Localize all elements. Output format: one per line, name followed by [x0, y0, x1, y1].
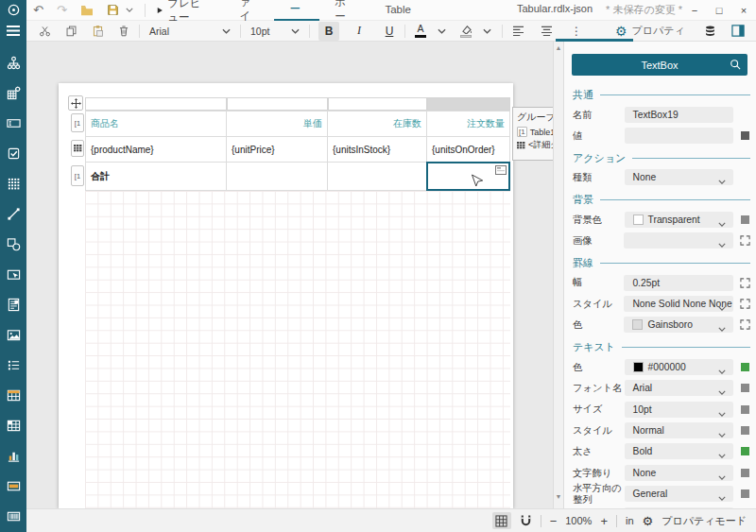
font-color-button[interactable]: A: [410, 22, 431, 41]
toolbox-item-textbox[interactable]: [0, 108, 26, 138]
cell-footer-3[interactable]: [328, 163, 427, 191]
toolbox-item-tablix-wizard[interactable]: [0, 77, 26, 108]
cell-detail-3[interactable]: {unitsInStock}: [328, 137, 427, 163]
property-mode-button[interactable]: プロパティモード: [662, 514, 747, 528]
toolbox-item-table[interactable]: [0, 380, 26, 410]
property-input[interactable]: TextBox19: [625, 107, 734, 123]
cut-button[interactable]: [34, 22, 55, 41]
cell-detail-1[interactable]: {productName}: [85, 137, 227, 163]
property-input[interactable]: [625, 128, 734, 144]
toolbox-item-chart[interactable]: [0, 440, 26, 471]
column-handle-2[interactable]: [227, 97, 328, 111]
group-item-1[interactable]: [1Table1_ca: [513, 126, 553, 138]
snap-toggle-button[interactable]: [520, 514, 532, 527]
scroll-down-arrow[interactable]: ▼: [554, 493, 563, 500]
style-inherited-badge[interactable]: [740, 489, 750, 499]
row-handle-3[interactable]: [1: [71, 165, 84, 186]
property-dropdown[interactable]: None Solid None None: [624, 296, 733, 312]
style-inherited-badge[interactable]: [740, 468, 750, 478]
minimize-button[interactable]: −: [682, 0, 707, 21]
align-left-button[interactable]: [507, 22, 528, 41]
property-dropdown[interactable]: [624, 232, 733, 249]
expand-editor-button[interactable]: [740, 235, 750, 246]
style-inherited-badge[interactable]: [740, 404, 750, 415]
cell-headers-1[interactable]: 商品名: [85, 111, 227, 137]
zoom-in-button[interactable]: +: [600, 514, 608, 528]
row-handle-1[interactable]: [1: [71, 113, 84, 132]
ribbon-tab-4[interactable]: Table: [369, 0, 426, 21]
property-dropdown[interactable]: Arial: [625, 380, 734, 396]
property-input[interactable]: 0.25pt: [624, 275, 733, 291]
toolbox-item-list[interactable]: [0, 350, 26, 380]
close-button[interactable]: ×: [731, 0, 756, 21]
column-handle-1[interactable]: [85, 97, 227, 111]
more-formatting-button[interactable]: ⋮: [566, 22, 587, 41]
toolbox-item-checkbox[interactable]: [0, 138, 26, 168]
zoom-out-button[interactable]: −: [550, 514, 558, 528]
expand-editor-button[interactable]: [740, 278, 750, 288]
property-dropdown[interactable]: Transparent: [625, 212, 734, 228]
toolbox-item-bandedlist[interactable]: [0, 471, 26, 501]
properties-scrollbar[interactable]: ▲ ▼: [553, 42, 564, 508]
toolbox-item-container[interactable]: [0, 259, 26, 289]
toolbox-item-matrix[interactable]: [0, 410, 26, 440]
cell-detail-2[interactable]: {unitPrice}: [227, 137, 328, 163]
scroll-up-arrow[interactable]: ▲: [554, 44, 563, 51]
property-dropdown[interactable]: None: [625, 169, 734, 185]
design-grid[interactable]: [85, 191, 510, 508]
toolbox-item-shape[interactable]: [0, 229, 26, 259]
group-panel[interactable]: グループ [1Table1_ca<詳細グル: [512, 107, 553, 161]
field-picker-icon[interactable]: [495, 165, 507, 175]
property-dropdown[interactable]: 10pt: [625, 402, 734, 418]
property-dropdown[interactable]: Normal: [625, 422, 734, 438]
toolbox-item-image[interactable]: [0, 319, 26, 350]
ribbon-tab-1[interactable]: ファイル: [224, 0, 274, 21]
italic-button[interactable]: I: [349, 22, 369, 41]
toolbox-item-table-free[interactable]: [0, 168, 26, 198]
zoom-level[interactable]: 100%: [565, 515, 592, 526]
cell-detail-4[interactable]: {unitsOnOrder}: [427, 137, 510, 163]
preview-button[interactable]: プレビュー: [150, 0, 215, 21]
search-properties-button[interactable]: [730, 59, 741, 70]
copy-button[interactable]: [60, 22, 81, 41]
toolbox-item-report-explorer[interactable]: [0, 47, 26, 77]
cell-headers-3[interactable]: 在庫数: [328, 111, 427, 137]
property-dropdown[interactable]: None: [625, 465, 734, 481]
ribbon-tab-3[interactable]: レポート: [319, 0, 369, 21]
property-dropdown[interactable]: Bold: [625, 443, 734, 459]
property-dropdown[interactable]: General: [625, 486, 734, 502]
fill-color-dropdown[interactable]: [476, 22, 497, 41]
style-inherited-badge[interactable]: [740, 383, 750, 393]
column-handle-4[interactable]: [427, 97, 510, 111]
style-inherited-badge[interactable]: [740, 215, 750, 225]
property-dropdown[interactable]: #000000: [625, 359, 734, 375]
cell-headers-4[interactable]: 注文数量: [427, 111, 510, 137]
data-panel-button[interactable]: [700, 22, 721, 41]
align-center-button[interactable]: [536, 22, 557, 41]
row-handle-2[interactable]: [71, 140, 84, 157]
panel-toggle-button[interactable]: [728, 22, 748, 41]
redo-button[interactable]: ↷: [50, 0, 74, 21]
cell-footer-2[interactable]: [227, 163, 328, 191]
settings-button[interactable]: ⚙: [643, 514, 654, 528]
design-canvas[interactable]: [1[1 商品名単価在庫数注文数量{productName}{unitPrice…: [26, 42, 553, 508]
undo-button[interactable]: ↶: [26, 0, 50, 21]
cell-footer-1[interactable]: 合計: [85, 163, 227, 191]
selected-cell[interactable]: [426, 162, 510, 191]
font-family-select[interactable]: Arial: [145, 23, 235, 39]
save-dropdown-button[interactable]: [126, 0, 140, 21]
delete-button[interactable]: [113, 22, 134, 41]
underline-button[interactable]: U: [379, 22, 400, 41]
style-inherited-badge[interactable]: [740, 425, 750, 436]
table-move-handle[interactable]: [68, 95, 83, 111]
menu-button[interactable]: [0, 21, 26, 42]
font-color-dropdown[interactable]: [431, 22, 452, 41]
group-item-2[interactable]: <詳細グル: [513, 138, 553, 152]
maximize-button[interactable]: □: [707, 0, 731, 21]
fill-color-button[interactable]: [455, 22, 476, 41]
toolbox-item-line[interactable]: [0, 198, 26, 229]
unit-selector[interactable]: in: [626, 515, 634, 526]
ribbon-tab-2[interactable]: ホーム: [274, 0, 319, 21]
expression-button[interactable]: [740, 130, 750, 141]
save-button[interactable]: [100, 0, 126, 21]
